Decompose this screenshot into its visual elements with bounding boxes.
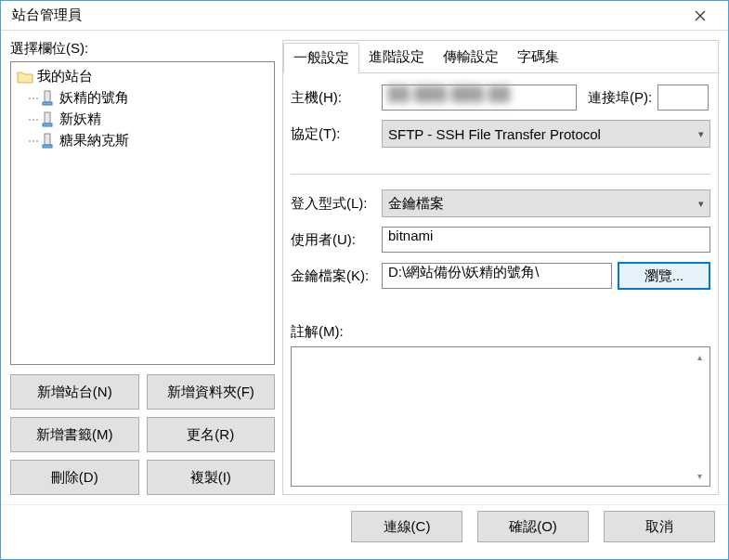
select-entry-label: 選擇欄位(S): xyxy=(10,40,275,58)
protocol-row: 協定(T): SFTP - SSH File Transfer Protocol… xyxy=(291,120,710,148)
protocol-label: 協定(T): xyxy=(291,125,376,143)
chevron-down-icon: ▾ xyxy=(698,128,704,140)
tree-connector: ⋯ xyxy=(28,135,39,148)
logon-value: 金鑰檔案 xyxy=(388,195,444,213)
new-bookmark-button[interactable]: 新增書籤(M) xyxy=(10,417,139,452)
browse-button[interactable]: 瀏覽... xyxy=(618,262,710,290)
tab-advanced[interactable]: 進階設定 xyxy=(359,43,434,72)
tree-item[interactable]: ⋯ 新妖精 xyxy=(13,109,272,130)
rename-button[interactable]: 更名(R) xyxy=(147,417,276,452)
tree-item-label: 新妖精 xyxy=(59,111,101,128)
tree-root-label: 我的站台 xyxy=(37,68,93,85)
host-input[interactable]: ██.███.███.██ xyxy=(382,85,577,111)
svg-rect-0 xyxy=(45,91,50,102)
server-icon xyxy=(41,111,54,128)
close-button[interactable] xyxy=(682,1,719,30)
protocol-value: SFTP - SSH File Transfer Protocol xyxy=(388,126,601,142)
tree-root[interactable]: 我的站台 xyxy=(13,66,272,87)
tab-general[interactable]: 一般設定 xyxy=(283,43,359,73)
cancel-button[interactable]: 取消 xyxy=(604,511,715,542)
right-pane: 一般設定 進階設定 傳輸設定 字碼集 主機(H): ██.███.███.██ … xyxy=(282,40,719,495)
tree-connector: ⋯ xyxy=(28,92,39,105)
logon-row: 登入型式(L): 金鑰檔案 ▾ xyxy=(291,189,710,217)
tree-item[interactable]: ⋯ 妖精的號角 xyxy=(13,87,272,109)
titlebar: 站台管理員 xyxy=(1,1,728,31)
folder-icon xyxy=(17,70,33,85)
port-input[interactable] xyxy=(657,85,709,111)
left-pane: 選擇欄位(S): 我的站台 ⋯ 妖精的號角 ⋯ 新妖精 xyxy=(10,40,275,495)
svg-rect-1 xyxy=(43,102,52,105)
host-label: 主機(H): xyxy=(291,89,376,107)
logon-select[interactable]: 金鑰檔案 ▾ xyxy=(382,189,710,217)
new-folder-button[interactable]: 新增資料夾(F) xyxy=(147,374,276,410)
logon-label: 登入型式(L): xyxy=(291,195,376,213)
server-icon xyxy=(41,133,54,150)
server-icon xyxy=(41,90,54,107)
key-row: 金鑰檔案(K): D:\網站備份\妖精的號角\ 瀏覽... xyxy=(291,262,710,290)
svg-rect-3 xyxy=(43,124,52,126)
connect-button[interactable]: 連線(C) xyxy=(351,511,462,542)
protocol-select[interactable]: SFTP - SSH File Transfer Protocol ▾ xyxy=(382,120,710,148)
tree-item-label: 糖果納克斯 xyxy=(59,132,129,150)
tree-item[interactable]: ⋯ 糖果納克斯 xyxy=(13,130,272,151)
svg-rect-2 xyxy=(45,112,50,124)
svg-rect-5 xyxy=(43,145,52,148)
window-title: 站台管理員 xyxy=(10,7,682,24)
comment-textarea[interactable]: ▴ ▾ xyxy=(291,346,710,487)
tab-charset[interactable]: 字碼集 xyxy=(508,43,568,72)
site-tree[interactable]: 我的站台 ⋯ 妖精的號角 ⋯ 新妖精 ⋯ 糖果 xyxy=(10,61,275,365)
copy-button[interactable]: 複製(I) xyxy=(147,460,276,495)
close-icon xyxy=(695,10,706,21)
new-site-button[interactable]: 新增站台(N) xyxy=(10,374,139,410)
footer: 連線(C) 確認(O) 取消 xyxy=(1,504,728,553)
svg-rect-4 xyxy=(45,134,50,145)
user-row: 使用者(U): bitnami xyxy=(291,227,710,253)
key-label: 金鑰檔案(K): xyxy=(291,267,376,285)
chevron-down-icon: ▾ xyxy=(698,198,704,210)
scroll-up-icon[interactable]: ▴ xyxy=(692,349,708,365)
port-label: 連接埠(P): xyxy=(588,89,652,107)
key-input[interactable]: D:\網站備份\妖精的號角\ xyxy=(382,263,612,289)
user-label: 使用者(U): xyxy=(291,231,376,249)
scroll-down-icon[interactable]: ▾ xyxy=(692,468,708,484)
host-row: 主機(H): ██.███.███.██ 連接埠(P): xyxy=(291,85,710,111)
tree-item-label: 妖精的號角 xyxy=(59,89,129,107)
left-button-grid: 新增站台(N) 新增資料夾(F) 新增書籤(M) 更名(R) 刪除(D) 複製(… xyxy=(10,374,275,495)
tab-bar: 一般設定 進階設定 傳輸設定 字碼集 xyxy=(283,43,718,73)
tab-transfer[interactable]: 傳輸設定 xyxy=(434,43,508,72)
content-area: 選擇欄位(S): 我的站台 ⋯ 妖精的號角 ⋯ 新妖精 xyxy=(1,31,728,504)
comment-label: 註解(M): xyxy=(291,323,710,341)
divider xyxy=(291,174,710,175)
tree-connector: ⋯ xyxy=(28,113,39,126)
ok-button[interactable]: 確認(O) xyxy=(477,511,589,542)
delete-button[interactable]: 刪除(D) xyxy=(10,460,139,495)
user-input[interactable]: bitnami xyxy=(382,227,710,253)
